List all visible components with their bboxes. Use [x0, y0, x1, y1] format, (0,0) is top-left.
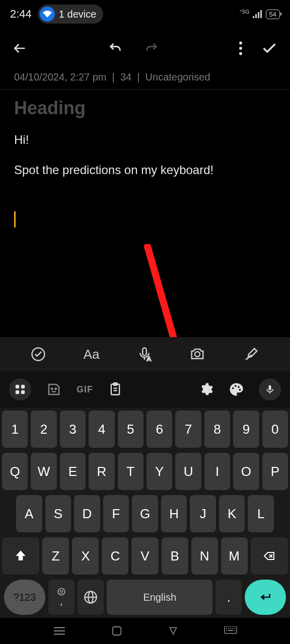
key-e[interactable]: E [60, 453, 86, 490]
key-4[interactable]: 4 [89, 411, 114, 448]
key-m[interactable]: M [221, 537, 248, 575]
undo-button[interactable] [107, 41, 123, 55]
svg-rect-16 [21, 390, 25, 394]
key-d[interactable]: D [74, 495, 100, 532]
mic-icon[interactable] [259, 378, 281, 400]
home-button[interactable] [111, 625, 122, 636]
app-toolbar [0, 28, 290, 68]
key-2[interactable]: 2 [31, 411, 56, 448]
voice-input-icon[interactable]: A [137, 347, 152, 362]
svg-point-43 [234, 628, 235, 629]
note-editor[interactable]: Heading Hi! Spot the predictions on my k… [0, 90, 290, 240]
key-c[interactable]: C [102, 537, 128, 575]
key-j[interactable]: J [190, 495, 216, 532]
key-3[interactable]: 3 [60, 411, 86, 448]
key-w[interactable]: W [31, 453, 56, 490]
key-y[interactable]: Y [147, 453, 172, 490]
svg-point-42 [232, 628, 233, 629]
key-o[interactable]: O [233, 453, 259, 490]
key-r[interactable]: R [89, 453, 114, 490]
svg-point-12 [195, 352, 200, 357]
key-z[interactable]: Z [42, 537, 69, 575]
key-q[interactable]: Q [2, 453, 28, 490]
meta-category[interactable]: Uncategorised [146, 71, 210, 83]
battery-indicator: 54 [266, 10, 280, 19]
wifi-icon [40, 7, 55, 22]
text-cursor [14, 211, 16, 227]
svg-rect-1 [255, 14, 257, 18]
gif-button[interactable]: GIF [77, 384, 93, 395]
note-body[interactable]: Hi! Spot the predictions on my keyboard! [14, 131, 276, 232]
back-button[interactable] [12, 40, 28, 56]
key-9[interactable]: 9 [233, 411, 259, 448]
key-h[interactable]: H [161, 495, 187, 532]
key-x[interactable]: X [72, 537, 99, 575]
theme-icon[interactable] [229, 382, 244, 397]
period-key[interactable]: . [215, 580, 242, 615]
key-k[interactable]: K [219, 495, 245, 532]
camera-icon[interactable] [189, 347, 205, 362]
text-style-button[interactable]: Aa [84, 347, 100, 362]
recents-button[interactable] [53, 626, 66, 636]
back-nav-button[interactable] [168, 626, 179, 636]
svg-rect-0 [253, 16, 254, 18]
svg-point-24 [235, 385, 237, 387]
checklist-icon[interactable] [31, 347, 46, 362]
key-6[interactable]: 6 [147, 411, 172, 448]
clock: 2:44 [10, 8, 32, 21]
svg-rect-10 [142, 348, 147, 356]
key-n[interactable]: N [191, 537, 218, 575]
svg-point-40 [228, 628, 229, 629]
status-left: 2:44 1 device [10, 5, 103, 24]
redo-button[interactable] [143, 41, 160, 55]
key-7[interactable]: 7 [175, 411, 201, 448]
svg-point-6 [239, 52, 242, 55]
svg-rect-46 [228, 630, 233, 631]
svg-rect-15 [16, 390, 19, 394]
key-1[interactable]: 1 [2, 411, 28, 448]
done-button[interactable] [261, 40, 278, 57]
key-g[interactable]: G [132, 495, 158, 532]
key-8[interactable]: 8 [204, 411, 230, 448]
key-i[interactable]: I [204, 453, 230, 490]
apps-icon[interactable] [9, 378, 31, 400]
key-b[interactable]: B [162, 537, 188, 575]
key-a[interactable]: A [16, 495, 42, 532]
svg-point-44 [226, 630, 227, 631]
signal-icon [253, 10, 263, 18]
shift-key[interactable] [2, 537, 39, 575]
keyboard-switch-button[interactable] [224, 626, 237, 635]
heading-placeholder[interactable]: Heading [14, 98, 276, 119]
key-p[interactable]: P [262, 453, 288, 490]
device-pill[interactable]: 1 device [38, 5, 104, 24]
svg-point-29 [60, 591, 60, 591]
language-key[interactable] [78, 580, 104, 615]
svg-point-4 [239, 42, 242, 45]
space-key[interactable]: English [107, 580, 212, 615]
key-row-qwerty: Q W E R T Y U I O P [2, 453, 288, 490]
emoji-key[interactable]: , [48, 580, 75, 615]
svg-rect-3 [260, 10, 262, 18]
key-row-zxcv: Z X C V B N M [2, 537, 288, 575]
key-5[interactable]: 5 [118, 411, 143, 448]
key-row-asdf: A S D F G H J K L [2, 495, 288, 532]
key-l[interactable]: L [248, 495, 274, 532]
sticker-icon[interactable] [46, 382, 61, 397]
enter-key[interactable] [245, 580, 286, 615]
settings-icon[interactable] [198, 382, 213, 397]
key-t[interactable]: T [118, 453, 143, 490]
more-menu-button[interactable] [239, 41, 243, 55]
symbols-key[interactable]: ?123 [4, 580, 45, 615]
svg-point-30 [62, 591, 62, 591]
key-s[interactable]: S [45, 495, 71, 532]
key-u[interactable]: U [175, 453, 201, 490]
backspace-key[interactable] [251, 537, 288, 575]
clipboard-icon[interactable] [108, 382, 122, 397]
key-v[interactable]: V [131, 537, 158, 575]
draw-icon[interactable] [243, 347, 259, 362]
key-f[interactable]: F [103, 495, 129, 532]
svg-point-45 [234, 630, 235, 631]
svg-point-41 [230, 628, 231, 629]
key-0[interactable]: 0 [262, 411, 288, 448]
key-row-numbers: 1 2 3 4 5 6 7 8 9 0 [2, 411, 288, 448]
